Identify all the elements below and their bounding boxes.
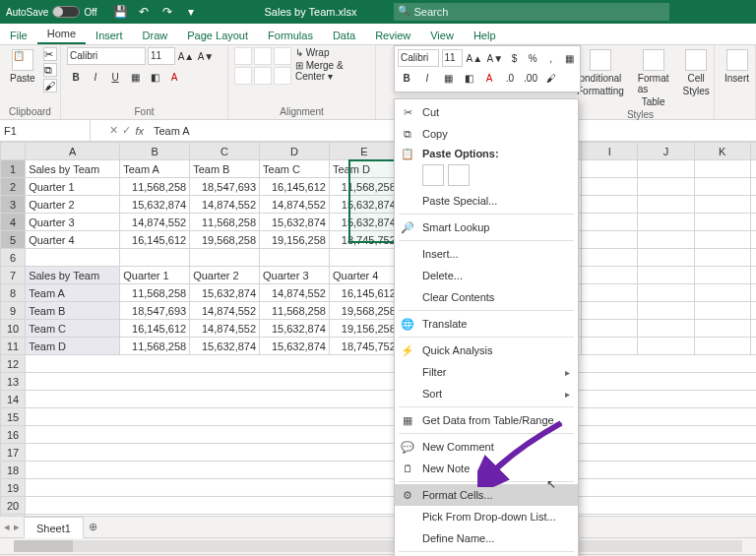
mini-decrease-decimal-icon[interactable]: .0 [501, 69, 519, 87]
mini-comma-icon[interactable]: , [543, 49, 559, 67]
row-header[interactable]: 19 [1, 479, 26, 497]
cell[interactable] [638, 160, 694, 178]
cell[interactable] [260, 249, 330, 267]
name-box[interactable]: F1 [0, 120, 91, 141]
cell[interactable]: Quarter 4 [329, 267, 399, 284]
cell[interactable] [582, 338, 638, 355]
cell[interactable] [582, 178, 638, 196]
sheet-tab-sheet1[interactable]: Sheet1 [24, 517, 84, 538]
mini-decrease-font-icon[interactable]: A▼ [486, 49, 504, 67]
horizontal-scrollbar[interactable] [0, 537, 756, 554]
cell[interactable]: Team B [26, 302, 120, 320]
ctx-filter[interactable]: Filter▸ [395, 361, 578, 383]
cell[interactable]: Quarter 4 [26, 231, 120, 249]
col-header-b[interactable]: B [120, 143, 190, 160]
cell[interactable]: 14,874,552 [190, 196, 260, 214]
cell[interactable]: 16,145,612 [329, 284, 399, 302]
paste-option-1-icon[interactable] [422, 164, 444, 186]
tab-file[interactable]: File [0, 27, 37, 44]
cell[interactable]: 11,568,258 [120, 178, 190, 196]
mini-font-color-icon[interactable]: A [480, 69, 498, 87]
select-all-button[interactable] [1, 143, 26, 160]
cell[interactable] [329, 249, 399, 267]
cell[interactable] [694, 338, 750, 355]
row-header[interactable]: 14 [1, 391, 26, 408]
row-header[interactable]: 16 [1, 426, 26, 444]
cell[interactable] [694, 231, 750, 249]
fx-icon[interactable]: fx [135, 125, 144, 137]
cell[interactable]: 15,632,874 [329, 196, 399, 214]
borders-button[interactable]: ▦ [126, 68, 144, 86]
alignment-grid[interactable] [234, 47, 291, 85]
cell[interactable]: Team D [26, 338, 120, 355]
cell[interactable] [26, 249, 120, 267]
worksheet-area[interactable]: A B C D E F G H I J K L 1Sales by TeamTe… [0, 142, 756, 516]
cell[interactable]: 18,745,752 [329, 231, 399, 249]
ctx-paste-special[interactable]: Paste Special... [395, 190, 578, 212]
cell[interactable] [26, 355, 756, 373]
cell[interactable]: 18,745,752 [329, 338, 399, 355]
autosave-switch-icon[interactable] [52, 6, 80, 18]
col-header-e[interactable]: E [329, 143, 399, 160]
cell[interactable] [750, 320, 756, 338]
cell[interactable]: 14,874,552 [190, 302, 260, 320]
cell[interactable] [26, 373, 756, 391]
cell[interactable] [26, 444, 756, 462]
scrollbar-thumb[interactable] [14, 540, 73, 552]
cell[interactable] [582, 267, 638, 284]
cell[interactable] [750, 302, 756, 320]
cell[interactable]: 15,632,874 [190, 338, 260, 355]
cut-icon[interactable]: ✂ [43, 47, 57, 61]
cell[interactable] [582, 249, 638, 267]
tab-help[interactable]: Help [464, 27, 506, 44]
mini-font-name[interactable]: Calibri [398, 49, 439, 67]
cell[interactable]: 19,568,258 [190, 231, 260, 249]
copy-icon[interactable]: ⧉ [43, 63, 57, 77]
chevron-left-icon[interactable]: ◂ [4, 521, 10, 533]
tab-home[interactable]: Home [37, 25, 86, 44]
cell[interactable] [582, 196, 638, 214]
cell[interactable]: 15,632,874 [260, 320, 330, 338]
cell[interactable]: 14,874,552 [260, 196, 330, 214]
cell[interactable] [694, 267, 750, 284]
cell[interactable]: Team B [190, 160, 260, 178]
row-header[interactable]: 8 [1, 284, 26, 302]
cell[interactable] [582, 284, 638, 302]
cell[interactable]: Quarter 3 [260, 267, 330, 284]
row-header[interactable]: 13 [1, 373, 26, 391]
cell[interactable] [26, 426, 756, 444]
cell[interactable]: Quarter 1 [26, 178, 120, 196]
cell[interactable] [582, 302, 638, 320]
ctx-get-data[interactable]: ▦Get Data from Table/Range... [395, 409, 578, 431]
row-header[interactable]: 7 [1, 267, 26, 284]
col-header-k[interactable]: K [694, 143, 750, 160]
row-header[interactable]: 21 [1, 515, 26, 517]
cell[interactable] [638, 267, 694, 284]
ctx-new-comment[interactable]: 💬New Comment [395, 436, 578, 458]
cell[interactable]: 11,568,258 [260, 302, 330, 320]
save-icon[interactable]: 💾 [113, 5, 127, 19]
cell[interactable] [638, 338, 694, 355]
cell[interactable]: Team C [260, 160, 330, 178]
cell[interactable] [694, 249, 750, 267]
wrap-text-button[interactable]: ↳ Wrap [295, 47, 369, 58]
worksheet-grid[interactable]: A B C D E F G H I J K L 1Sales by TeamTe… [0, 142, 756, 516]
col-header-i[interactable]: I [582, 143, 638, 160]
tab-formulas[interactable]: Formulas [258, 27, 323, 44]
mini-increase-decimal-icon[interactable]: .00 [522, 69, 539, 87]
cell[interactable]: 14,874,552 [120, 214, 190, 231]
row-header[interactable]: 11 [1, 338, 26, 355]
mini-italic-button[interactable]: I [418, 69, 436, 87]
tab-data[interactable]: Data [323, 27, 365, 44]
tab-review[interactable]: Review [365, 27, 420, 44]
mini-currency-icon[interactable]: $ [507, 49, 523, 67]
conditional-formatting-button[interactable]: onditional Formatting [573, 47, 628, 98]
cell[interactable]: 16,145,612 [120, 320, 190, 338]
cell[interactable] [582, 231, 638, 249]
cell[interactable] [582, 214, 638, 231]
underline-button[interactable]: U [106, 68, 124, 86]
font-name-select[interactable]: Calibri [67, 47, 146, 65]
row-header[interactable]: 12 [1, 355, 26, 373]
row-header[interactable]: 9 [1, 302, 26, 320]
cell[interactable] [638, 302, 694, 320]
